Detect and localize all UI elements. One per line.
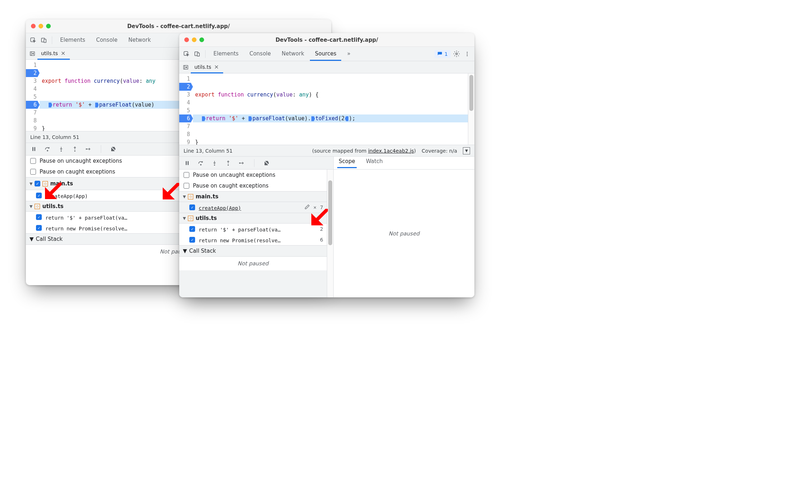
tab-more[interactable]: » — [342, 47, 355, 61]
checkbox-icon[interactable] — [30, 158, 36, 164]
tab-network[interactable]: Network — [123, 33, 156, 47]
pause-icon[interactable] — [30, 145, 37, 153]
gear-icon[interactable] — [451, 49, 461, 59]
close-tab-icon[interactable]: × — [214, 63, 219, 70]
checkbox-icon[interactable]: ✓ — [35, 181, 40, 186]
source-map-link[interactable]: index.1ac4eab2.js — [368, 148, 414, 154]
svg-point-23 — [239, 163, 240, 163]
disclosure-icon[interactable]: ▼ — [183, 216, 186, 221]
pause-uncaught-option[interactable]: Pause on uncaught exceptions — [179, 170, 327, 180]
show-nav-icon[interactable] — [27, 49, 37, 59]
tab-sources[interactable]: Sources — [310, 47, 341, 61]
code-editor[interactable]: 1234 56789 export function currency(valu… — [179, 73, 474, 145]
tab-network[interactable]: Network — [276, 47, 309, 61]
disclosure-icon[interactable]: ▼ — [30, 181, 32, 186]
checkbox-icon[interactable]: ✓ — [189, 204, 195, 210]
titlebar: DevTools - coffee-cart.netlify.app/ — [179, 33, 474, 47]
checkbox-icon[interactable] — [30, 169, 36, 175]
bp-file-header-main[interactable]: ▼ ◇ main.ts — [179, 191, 327, 202]
file-icon: ◇ — [188, 194, 193, 199]
statusbar: Line 13, Column 51 (source mapped from i… — [179, 145, 474, 156]
step-out-icon[interactable] — [71, 145, 78, 153]
deactivate-bp-icon[interactable] — [110, 145, 117, 153]
debugger-toolbar — [179, 157, 333, 170]
checkbox-icon[interactable]: ✓ — [36, 225, 42, 231]
disclosure-icon[interactable]: ▼ — [183, 194, 186, 199]
step-out-icon[interactable] — [225, 159, 232, 167]
source-map-info: (source mapped from index.1ac4eab2.js) — [312, 148, 416, 154]
breakpoint-row[interactable]: ✓ createApp(App) × 7 — [179, 202, 327, 213]
scope-watch-sidebar: Scope Watch Not paused — [333, 157, 474, 297]
collapse-icon[interactable]: ▼ — [463, 147, 470, 154]
minimize-dot[interactable] — [192, 37, 197, 42]
deactivate-bp-icon[interactable] — [263, 159, 270, 167]
gutter[interactable]: 1234 56789 — [26, 60, 40, 131]
bp-file-header-utils[interactable]: ▼ ◇ utils.ts — [179, 213, 327, 224]
breakpoint-row[interactable]: ✓ return new Promise(resolve… 6 — [179, 234, 327, 245]
file-tab-utils[interactable]: utils.ts × — [191, 62, 223, 73]
device-toggle-icon[interactable] — [39, 35, 49, 45]
inspect-icon[interactable] — [181, 49, 191, 59]
cursor-position: Line 13, Column 51 — [30, 134, 79, 140]
checkbox-icon[interactable] — [184, 172, 189, 178]
svg-point-21 — [214, 165, 215, 165]
svg-rect-18 — [186, 161, 187, 165]
gutter[interactable]: 1234 56789 — [179, 73, 193, 145]
edit-icon[interactable] — [304, 204, 310, 211]
disclosure-icon[interactable]: ▼ — [183, 248, 187, 254]
kebab-icon[interactable] — [462, 49, 472, 59]
device-toggle-icon[interactable] — [192, 49, 202, 59]
window-title: DevTools - coffee-cart.netlify.app/ — [179, 37, 474, 43]
tab-watch[interactable]: Watch — [365, 158, 384, 168]
close-tab-icon[interactable]: × — [61, 50, 66, 57]
checkbox-icon[interactable]: ✓ — [189, 237, 195, 243]
file-tab-label: utils.ts — [41, 50, 58, 56]
show-nav-icon[interactable] — [181, 62, 191, 72]
callstack-header[interactable]: ▼ Call Stack — [179, 245, 327, 257]
svg-rect-12 — [197, 53, 199, 56]
close-dot[interactable] — [31, 24, 36, 28]
sidebar-tabs: Scope Watch — [334, 157, 474, 170]
tab-scope[interactable]: Scope — [337, 158, 357, 168]
file-tab-utils[interactable]: utils.ts × — [37, 48, 70, 60]
disclosure-icon[interactable]: ▼ — [30, 236, 34, 242]
inspect-icon[interactable] — [28, 35, 38, 45]
tab-elements[interactable]: Elements — [55, 33, 90, 47]
tab-console[interactable]: Console — [91, 33, 123, 47]
maximize-dot[interactable] — [199, 37, 204, 42]
step-into-icon[interactable] — [211, 159, 218, 167]
pause-caught-option[interactable]: Pause on caught exceptions — [179, 180, 327, 191]
scrollbar[interactable] — [327, 170, 333, 297]
svg-point-6 — [47, 150, 48, 151]
step-into-icon[interactable] — [58, 145, 65, 153]
checkbox-icon[interactable]: ✓ — [189, 226, 195, 232]
checkbox-icon[interactable]: ✓ — [36, 193, 42, 198]
checkbox-icon[interactable]: ✓ — [36, 214, 42, 220]
tab-elements[interactable]: Elements — [208, 47, 244, 61]
svg-rect-5 — [34, 147, 35, 151]
step-icon[interactable] — [238, 159, 245, 167]
disclosure-icon[interactable]: ▼ — [30, 204, 32, 209]
file-icon: ◇ — [188, 216, 193, 221]
devtools-tabstrip: Elements Console Network Sources » 1 — [179, 47, 474, 61]
debugger-panel: Pause on uncaught exceptions Pause on ca… — [179, 156, 474, 297]
issues-badge[interactable]: 1 — [434, 50, 451, 58]
maximize-dot[interactable] — [46, 24, 51, 28]
step-over-icon[interactable] — [197, 159, 204, 167]
step-over-icon[interactable] — [44, 145, 51, 153]
svg-point-20 — [200, 164, 201, 165]
svg-point-7 — [61, 150, 62, 151]
tab-console[interactable]: Console — [244, 47, 276, 61]
breakpoint-row[interactable]: ✓ return '$' + parseFloat(va… 2 — [179, 224, 327, 234]
minimize-dot[interactable] — [39, 24, 43, 28]
svg-point-8 — [75, 150, 75, 151]
devtools-window-right: DevTools - coffee-cart.netlify.app/ Elem… — [179, 33, 474, 297]
code-area[interactable]: export function currency(value: any) { r… — [193, 73, 468, 145]
pause-icon[interactable] — [184, 159, 191, 167]
step-icon[interactable] — [85, 145, 92, 153]
scrollbar[interactable] — [468, 73, 474, 145]
breakpoints-pane: Pause on uncaught exceptions Pause on ca… — [179, 170, 327, 270]
close-dot[interactable] — [184, 37, 189, 42]
svg-point-13 — [456, 53, 457, 55]
checkbox-icon[interactable] — [184, 183, 189, 189]
